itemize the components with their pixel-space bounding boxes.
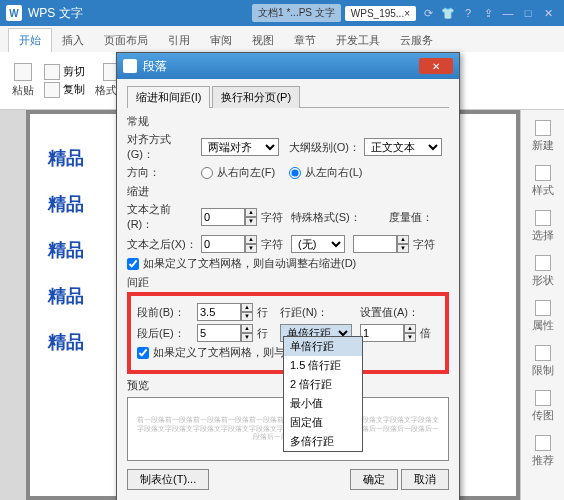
set-value-spin[interactable]: ▲▼ bbox=[360, 324, 416, 342]
min-icon[interactable]: — bbox=[499, 5, 517, 21]
line-spacing-dropdown: 单倍行距 1.5 倍行距 2 倍行距 最小值 固定值 多倍行距 bbox=[283, 336, 363, 452]
after-para-label: 段后(E)： bbox=[137, 326, 193, 341]
copy-button[interactable]: 复制 bbox=[44, 82, 85, 98]
nav-gutter bbox=[0, 110, 26, 500]
before-text-label: 文本之前(R)： bbox=[127, 202, 197, 232]
section-indent: 缩进 bbox=[127, 184, 449, 199]
cancel-button[interactable]: 取消 bbox=[401, 469, 449, 490]
title-bar: W WPS 文字 文档1 *...PS 文字 WPS_195...× ⟳ 👕 ?… bbox=[0, 0, 564, 26]
tab-ref[interactable]: 引用 bbox=[158, 29, 200, 52]
tab-start[interactable]: 开始 bbox=[8, 28, 52, 52]
outline-label: 大纲级别(O)： bbox=[289, 140, 360, 155]
special-label: 特殊格式(S)： bbox=[291, 210, 361, 225]
tabstops-button[interactable]: 制表位(T)... bbox=[127, 469, 209, 490]
paragraph-dialog: 段落 ✕ 缩进和间距(I) 换行和分页(P) 常规 对齐方式(G)： 两端对齐 … bbox=[116, 52, 460, 500]
align-select[interactable]: 两端对齐 bbox=[201, 138, 279, 156]
auto-indent-check[interactable]: 如果定义了文档网格，则自动调整右缩进(D) bbox=[127, 256, 449, 271]
before-text-spin[interactable]: ▲▼ bbox=[201, 208, 257, 226]
tab-layout[interactable]: 页面布局 bbox=[94, 29, 158, 52]
dialog-titlebar[interactable]: 段落 ✕ bbox=[117, 53, 459, 79]
highlight-area: 段前(B)： ▲▼ 行 行距(N)： 设置值(A)： 段后(E)： ▲▼ 行 单… bbox=[127, 292, 449, 374]
star-icon bbox=[535, 435, 551, 451]
dropdown-opt[interactable]: 最小值 bbox=[284, 394, 362, 413]
tab-indent-spacing[interactable]: 缩进和间距(I) bbox=[127, 86, 210, 108]
section-general: 常规 bbox=[127, 114, 449, 129]
dropdown-opt[interactable]: 1.5 倍行距 bbox=[284, 356, 362, 375]
share-icon[interactable]: ⇪ bbox=[479, 5, 497, 21]
dir-ltr-radio[interactable]: 从左向右(L) bbox=[289, 165, 362, 180]
tab-cloud[interactable]: 云服务 bbox=[390, 29, 443, 52]
tab-dev[interactable]: 开发工具 bbox=[326, 29, 390, 52]
props-icon bbox=[535, 300, 551, 316]
paste-icon bbox=[14, 63, 32, 81]
sync-icon[interactable]: ⟳ bbox=[419, 5, 437, 21]
panel-image[interactable]: 传图 bbox=[521, 386, 564, 427]
copy-icon bbox=[44, 82, 60, 98]
ribbon-tabs: 开始 插入 页面布局 引用 审阅 视图 章节 开发工具 云服务 bbox=[0, 26, 564, 52]
dialog-logo bbox=[123, 59, 137, 73]
image-icon bbox=[535, 390, 551, 406]
doc-tab-2[interactable]: WPS_195...× bbox=[345, 6, 416, 21]
select-icon bbox=[535, 210, 551, 226]
cut-button[interactable]: 剪切 bbox=[44, 64, 85, 80]
tab-chapter[interactable]: 章节 bbox=[284, 29, 326, 52]
right-panel: 新建 样式 选择 形状 属性 限制 传图 推荐 bbox=[520, 110, 564, 500]
max-icon[interactable]: □ bbox=[519, 5, 537, 21]
panel-style[interactable]: 样式 bbox=[521, 161, 564, 202]
tab-insert[interactable]: 插入 bbox=[52, 29, 94, 52]
panel-props[interactable]: 属性 bbox=[521, 296, 564, 337]
dropdown-opt[interactable]: 单倍行距 bbox=[284, 337, 362, 356]
style-icon bbox=[535, 165, 551, 181]
panel-new[interactable]: 新建 bbox=[521, 116, 564, 157]
dir-rtl-radio[interactable]: 从右向左(F) bbox=[201, 165, 275, 180]
after-para-spin[interactable]: ▲▼ bbox=[197, 324, 253, 342]
file-icon bbox=[535, 120, 551, 136]
close-app-icon[interactable]: ✕ bbox=[539, 5, 557, 21]
ok-button[interactable]: 确定 bbox=[350, 469, 398, 490]
app-logo: W bbox=[6, 5, 22, 21]
doc-tab-1[interactable]: 文档1 *...PS 文字 bbox=[252, 4, 341, 22]
set-value-label: 设置值(A)： bbox=[360, 305, 419, 320]
after-text-label: 文本之后(X)： bbox=[127, 237, 197, 252]
panel-select[interactable]: 选择 bbox=[521, 206, 564, 247]
before-para-spin[interactable]: ▲▼ bbox=[197, 303, 253, 321]
outline-select[interactable]: 正文文本 bbox=[364, 138, 442, 156]
panel-shape[interactable]: 形状 bbox=[521, 251, 564, 292]
align-label: 对齐方式(G)： bbox=[127, 132, 197, 162]
panel-restrict[interactable]: 限制 bbox=[521, 341, 564, 382]
line-spacing-label: 行距(N)： bbox=[280, 305, 328, 320]
direction-label: 方向： bbox=[127, 165, 197, 180]
help-icon[interactable]: ? bbox=[459, 5, 477, 21]
shirt-icon[interactable]: 👕 bbox=[439, 5, 457, 21]
dropdown-opt[interactable]: 固定值 bbox=[284, 413, 362, 432]
dialog-close-button[interactable]: ✕ bbox=[419, 58, 453, 74]
section-spacing: 间距 bbox=[127, 275, 449, 290]
before-para-label: 段前(B)： bbox=[137, 305, 193, 320]
dropdown-opt[interactable]: 多倍行距 bbox=[284, 432, 362, 451]
tab-line-page-break[interactable]: 换行和分页(P) bbox=[212, 86, 300, 108]
app-title: WPS 文字 bbox=[28, 5, 83, 22]
dropdown-opt[interactable]: 2 倍行距 bbox=[284, 375, 362, 394]
after-text-spin[interactable]: ▲▼ bbox=[201, 235, 257, 253]
lock-icon bbox=[535, 345, 551, 361]
tab-view[interactable]: 视图 bbox=[242, 29, 284, 52]
scissors-icon bbox=[44, 64, 60, 80]
shape-icon bbox=[535, 255, 551, 271]
special-select[interactable]: (无) bbox=[291, 235, 345, 253]
paste-button[interactable]: 粘贴 bbox=[8, 61, 38, 100]
panel-recommend[interactable]: 推荐 bbox=[521, 431, 564, 472]
tab-review[interactable]: 审阅 bbox=[200, 29, 242, 52]
measure-spin[interactable]: ▲▼ bbox=[353, 235, 409, 253]
dialog-title: 段落 bbox=[143, 58, 419, 75]
dialog-tabs: 缩进和间距(I) 换行和分页(P) bbox=[127, 85, 449, 108]
measure-label: 度量值： bbox=[389, 210, 433, 225]
